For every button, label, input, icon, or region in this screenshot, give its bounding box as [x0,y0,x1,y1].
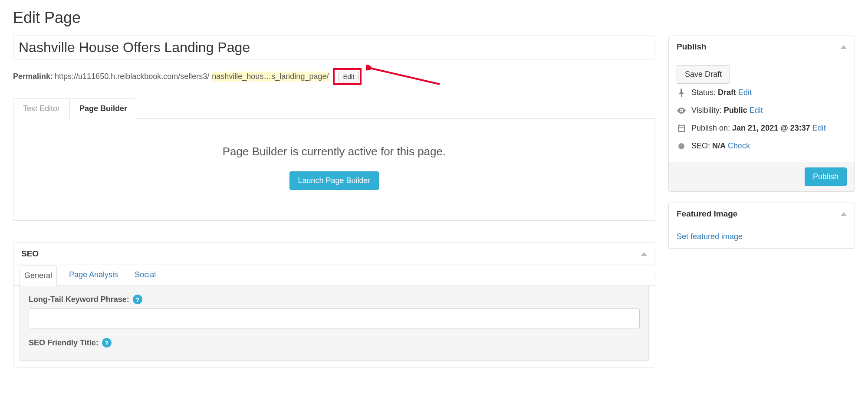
collapse-caret-icon [641,252,647,256]
edit-permalink-button[interactable]: Edit [338,71,359,82]
permalink-label: Permalink: [13,72,53,81]
set-featured-image-link[interactable]: Set featured image [677,232,743,241]
seo-check-link[interactable]: Check [728,141,750,150]
svg-point-1 [678,143,684,149]
page-builder-panel: Page Builder is currently active for thi… [13,119,655,221]
edit-status-link[interactable]: Edit [738,88,752,97]
seo-panel: SEO General Page Analysis Social Long-Ta… [13,243,655,367]
permalink-base-url: https://u111650.h.reiblackbook.com/selle… [55,72,209,81]
seo-tabs: General Page Analysis Social [13,265,655,286]
page-title: Edit Page [13,9,855,27]
visibility-row: Visibility: Public Edit [677,102,847,119]
publish-on-value: Jan 21, 2021 @ 23:37 [732,124,810,132]
seo-meta-value: N/A [712,141,726,150]
featured-image-panel: Featured Image Set featured image [668,203,855,249]
editor-tabs: Text Editor Page Builder [13,98,655,119]
status-value: Draft [718,88,736,97]
featured-image-heading-text: Featured Image [677,209,737,219]
friendly-title-label-text: SEO Friendly Title: [29,338,99,348]
tab-page-builder[interactable]: Page Builder [69,98,137,119]
eye-icon [677,108,686,114]
seo-friendly-title-label: SEO Friendly Title: ? [29,338,640,348]
publish-panel-heading[interactable]: Publish [669,36,855,58]
publish-panel: Publish Save Draft Status: Draft Edit [668,36,855,192]
collapse-caret-icon [841,212,847,216]
visibility-value: Public [724,106,747,115]
page-builder-status-text: Page Builder is currently active for thi… [22,145,646,158]
longtail-keyword-label: Long-Tail Keyword Phrase: ? [29,295,640,304]
longtail-keyword-input[interactable] [29,308,640,328]
permalink-slug: nashville_hous…s_landing_page/ [211,72,329,82]
help-icon[interactable]: ? [102,338,112,348]
launch-page-builder-button[interactable]: Launch Page Builder [289,171,378,190]
collapse-caret-icon [841,45,847,49]
annotation-highlight-box: Edit [333,68,362,85]
seo-status-row: SEO: N/A Check [677,137,847,155]
edit-visibility-link[interactable]: Edit [750,106,763,115]
help-icon[interactable]: ? [133,295,142,304]
pin-icon [677,89,686,97]
calendar-icon [677,124,686,133]
annotation-arrow [366,65,444,89]
featured-image-heading[interactable]: Featured Image [669,203,855,225]
svg-line-0 [370,68,440,84]
visibility-label: Visibility: [691,106,722,115]
edit-publish-date-link[interactable]: Edit [812,124,826,132]
dot-icon [677,143,686,150]
publish-on-row: Publish on: Jan 21, 2021 @ 23:37 Edit [677,119,847,137]
seo-meta-label: SEO: [691,141,710,150]
seo-tab-social[interactable]: Social [130,265,160,285]
status-label: Status: [691,88,716,97]
seo-heading-text: SEO [21,249,39,259]
seo-tab-page-analysis[interactable]: Page Analysis [65,265,122,285]
status-row: Status: Draft Edit [677,84,847,102]
seo-tab-general[interactable]: General [20,266,57,286]
publish-button[interactable]: Publish [805,167,847,186]
publish-on-label: Publish on: [691,124,730,132]
publish-heading-text: Publish [677,42,707,52]
tab-text-editor[interactable]: Text Editor [13,98,70,119]
longtail-label-text: Long-Tail Keyword Phrase: [29,295,129,304]
save-draft-button[interactable]: Save Draft [677,65,730,84]
page-title-input[interactable] [13,36,655,59]
seo-panel-heading[interactable]: SEO [13,243,655,265]
seo-general-body: Long-Tail Keyword Phrase: ? SEO Friendly… [20,286,649,361]
permalink-row: Permalink: https://u111650.h.reiblackboo… [13,65,655,89]
